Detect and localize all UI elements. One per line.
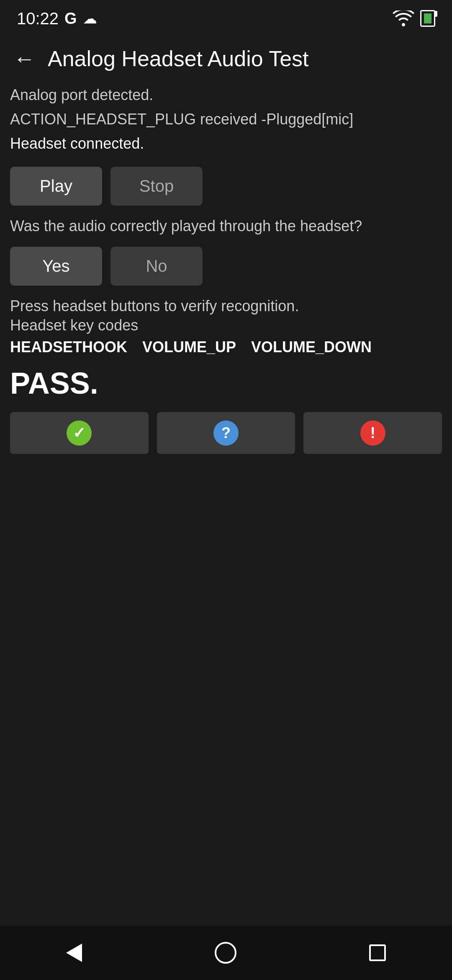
yes-button[interactable]: Yes [10, 247, 102, 286]
pass-text: PASS. [10, 366, 442, 400]
main-content: Analog port detected. ACTION_HEADSET_PLU… [0, 80, 452, 464]
page-title: Analog Headset Audio Test [48, 46, 309, 71]
key-code-volume-down: VOLUME_DOWN [251, 338, 372, 356]
status-time: 10:22 [17, 9, 59, 28]
recent-square-icon [369, 944, 386, 961]
answer-controls: Yes No [10, 247, 442, 286]
key-codes-row: HEADSETHOOK VOLUME_UP VOLUME_DOWN [10, 338, 442, 356]
nav-home-button[interactable] [215, 942, 236, 964]
nav-back-button[interactable] [66, 944, 82, 962]
status-line-2: ACTION_HEADSET_PLUG received -Plugged[mi… [10, 108, 442, 131]
back-triangle-icon [66, 944, 82, 962]
status-line-3: Headset connected. [10, 132, 442, 155]
google-icon: G [64, 10, 77, 28]
status-left: 10:22 G ☁ [17, 9, 97, 28]
no-button[interactable]: No [110, 247, 203, 286]
stop-button[interactable]: Stop [110, 167, 203, 206]
wifi-icon [393, 10, 414, 26]
key-code-headsethook: HEADSETHOOK [10, 338, 127, 356]
status-right [393, 10, 435, 27]
question-icon: ? [213, 420, 239, 446]
cloud-icon: ☁ [83, 10, 97, 27]
nav-bar [0, 926, 452, 980]
action-buttons: ✓ ? ! [10, 412, 442, 454]
play-button[interactable]: Play [10, 167, 102, 206]
instruction-line-1: Press headset buttons to verify recognit… [10, 297, 442, 315]
nav-recent-button[interactable] [369, 944, 386, 961]
key-codes-label: Headset key codes [10, 317, 442, 334]
back-button[interactable]: ← [13, 48, 35, 70]
battery-icon [420, 10, 435, 27]
status-line-1: Analog port detected. [10, 84, 442, 106]
info-action-button[interactable]: ? [157, 412, 295, 454]
check-icon: ✓ [67, 420, 92, 446]
app-header: ← Analog Headset Audio Test [0, 34, 452, 80]
pass-action-button[interactable]: ✓ [10, 412, 149, 454]
status-bar: 10:22 G ☁ [0, 0, 452, 34]
playback-controls: Play Stop [10, 167, 442, 206]
question-text: Was the audio correctly played through t… [10, 217, 442, 235]
key-code-volume-up: VOLUME_UP [142, 338, 236, 356]
exclaim-icon: ! [360, 420, 385, 446]
home-circle-icon [215, 942, 236, 964]
fail-action-button[interactable]: ! [303, 412, 442, 454]
